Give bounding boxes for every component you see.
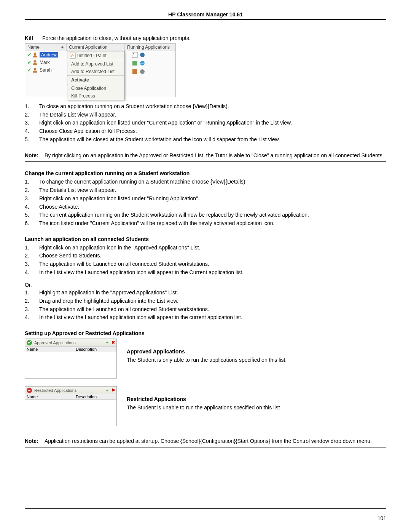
list-item: The Details List view will appear. — [25, 111, 386, 119]
svg-rect-4 — [133, 53, 134, 54]
delete-icon[interactable]: ✖ — [112, 340, 115, 345]
list-item: Drag and drop the highlighted applicatio… — [25, 297, 386, 305]
page-number: 101 — [378, 515, 386, 521]
approved-apps-panel: ✔ Approved Applications ＋ ✖ Name Descrip… — [25, 339, 117, 379]
list-item: Right click on an application icon liste… — [25, 119, 386, 127]
list-item: To change the current application runnin… — [25, 178, 386, 186]
check-icon: ✔ — [27, 60, 32, 65]
svg-point-0 — [34, 53, 37, 55]
col-description: Description — [74, 394, 116, 399]
list-item: The application will be Launched on all … — [25, 260, 386, 268]
ctx-close-app[interactable]: Close Application — [67, 85, 124, 92]
restricted-apps-panel: – Restricted Applications ＋ ✖ Name Descr… — [25, 386, 117, 426]
panel-title: Approved Applications — [34, 340, 76, 345]
paint-icon — [132, 52, 138, 58]
list-item: Choose Close Application or Kill Process… — [25, 127, 386, 136]
list-item: The application will be Launched on all … — [25, 305, 386, 314]
kill-label: Kill — [25, 35, 41, 41]
svg-point-9 — [140, 69, 145, 74]
delete-icon[interactable]: ✖ — [112, 388, 115, 393]
note-block: Note: Application restrictions can be ap… — [25, 436, 386, 446]
svg-point-2 — [34, 68, 37, 70]
change-app-steps: To change the current application runnin… — [25, 178, 386, 227]
ctx-title: untitled - Paint — [67, 51, 124, 60]
student-list-screenshot: Name Current Application Running Applica… — [25, 43, 176, 97]
student-name: Mark — [38, 60, 50, 65]
col-current-app: Current Application — [67, 44, 125, 51]
note-text: By right clicking on an application in t… — [45, 152, 385, 158]
list-item: In the List view the Launched applicatio… — [25, 268, 386, 277]
note-text: Application restrictions can be applied … — [45, 438, 385, 444]
add-icon[interactable]: ＋ — [105, 340, 109, 345]
kill-definition: Kill Force the application to close, wit… — [25, 35, 386, 41]
change-app-heading: Change the current application running o… — [25, 170, 386, 176]
note-label: Note: — [25, 152, 43, 158]
person-icon — [32, 52, 38, 58]
ctx-add-approved[interactable]: Add to Approved List — [67, 60, 124, 68]
check-icon: ✔ — [27, 67, 32, 73]
student-name: Andrew — [40, 52, 58, 58]
svg-rect-8 — [132, 69, 137, 74]
svg-rect-6 — [132, 61, 137, 66]
note-block: Note: By right clicking on an applicatio… — [25, 151, 386, 160]
check-icon: ✔ — [27, 52, 32, 58]
person-icon — [32, 59, 38, 66]
doc-header: HP Classroom Manager 10.61 — [25, 11, 386, 20]
context-menu[interactable]: untitled - Paint Add to Approved List Ad… — [67, 51, 125, 100]
list-item: Highlight an application in the "Approve… — [25, 289, 386, 297]
panel-title: Restricted Applications — [34, 388, 76, 393]
footer-rule — [25, 508, 386, 509]
restricted-description: Restricted Applications The Student is u… — [127, 386, 386, 411]
launch-app-steps-b: Highlight an application in the "Approve… — [25, 289, 386, 322]
list-item: The Details List view will appear. — [25, 186, 386, 195]
add-icon[interactable]: ＋ — [105, 387, 109, 393]
svg-point-1 — [34, 60, 37, 63]
col-running-apps: Running Applications — [125, 44, 175, 51]
app-icon — [139, 69, 145, 75]
launch-app-steps-a: Right click on an application icon in th… — [25, 244, 386, 277]
kill-text: Force the application to close, without … — [42, 35, 191, 41]
person-icon — [32, 67, 38, 73]
col-name: Name — [25, 44, 67, 51]
app-icon — [132, 60, 138, 66]
launch-app-heading: Launch an application on all connected S… — [25, 236, 386, 242]
list-item: The icon listed under "Current Applicati… — [25, 219, 386, 228]
list-item: Right click on an application icon liste… — [25, 195, 386, 203]
app-icon — [139, 52, 145, 58]
list-item: The current application running on the S… — [25, 211, 386, 219]
ctx-add-restricted[interactable]: Add to Restricted List — [67, 68, 124, 75]
col-description: Description — [74, 347, 116, 352]
list-item: Right click on an application icon in th… — [25, 244, 386, 252]
running-app-icons — [132, 52, 145, 75]
paint-icon — [70, 53, 76, 59]
restricted-icon: – — [27, 388, 32, 393]
ctx-kill-process[interactable]: Kill Process — [67, 92, 124, 100]
approved-description: Approved Applications The Student is onl… — [127, 339, 386, 363]
note-label: Note: — [25, 438, 43, 444]
close-app-steps: To close an application running on a Stu… — [25, 102, 386, 144]
or-text: Or, — [25, 282, 386, 288]
list-item: The application will be closed at the St… — [25, 136, 386, 144]
list-item: Choose Activate. — [25, 203, 386, 211]
ctx-activate[interactable]: Activate — [67, 76, 124, 84]
app-icon — [132, 69, 138, 75]
setup-apps-heading: Setting up Approved or Restricted Applic… — [25, 330, 386, 336]
svg-point-5 — [140, 53, 145, 57]
list-item: In the List view the Launched applicatio… — [25, 313, 386, 322]
sort-asc-icon — [61, 46, 64, 48]
list-item: To close an application running on a Stu… — [25, 102, 386, 111]
student-name: Sarah — [38, 67, 52, 73]
col-name: Name — [25, 347, 74, 352]
ie-icon — [139, 60, 145, 66]
list-item: Choose Send to Students. — [25, 252, 386, 260]
col-name: Name — [25, 394, 74, 399]
approved-icon: ✔ — [27, 340, 32, 345]
